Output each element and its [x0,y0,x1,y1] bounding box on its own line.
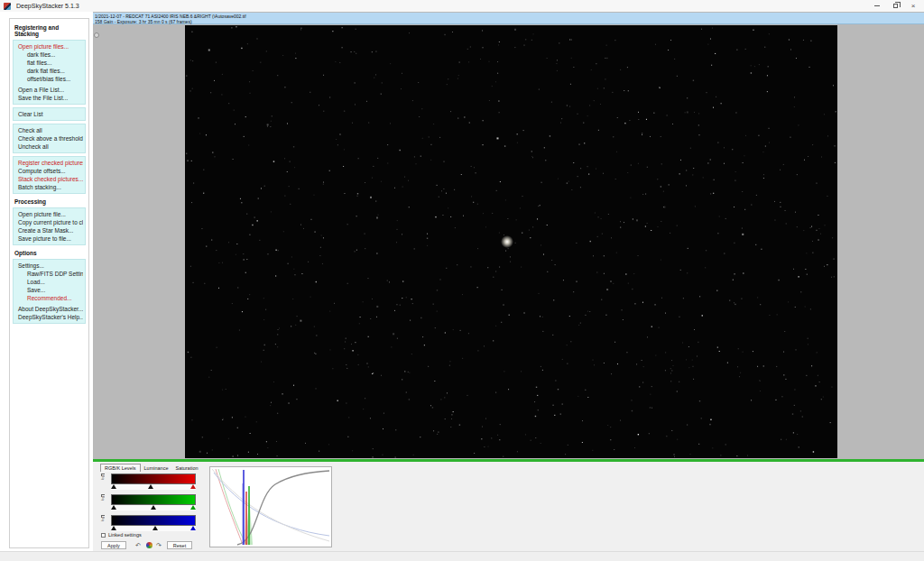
red-slider-scale[interactable]: log [100,474,109,484]
sidebar-item-copy-to-clipboard[interactable]: Copy current picture to clipboard [15,218,83,226]
shadow-marker[interactable] [111,526,116,530]
blue-marker-strip[interactable] [111,526,196,531]
sidebar-item-recommended[interactable]: Recommended... [15,294,83,302]
sidebar-item-raw-fits-ddp[interactable]: Raw/FITS DDP Settings... [15,270,83,278]
reset-button[interactable]: Reset [167,541,192,549]
group-title-registering-stacking: Registering and Stacking [12,23,87,39]
sidebar-item-save-picture[interactable]: Save picture to file... [15,235,83,243]
undo-icon[interactable]: ↶ [135,541,141,549]
minimize-icon [874,5,880,6]
sidebar-item-dark-flat-files[interactable]: dark flat files... [15,67,83,75]
sidebar-item-open-file-list[interactable]: Open a File List... [15,86,83,94]
tab-rgbk-levels[interactable]: RGB/K Levels [100,464,141,472]
scale-label: log [100,475,105,480]
panel-pin-icon[interactable] [94,32,99,38]
linked-settings-checkbox[interactable] [101,533,106,538]
sidebar-item-check-above-threshold[interactable]: Check above a threshold... [15,134,83,143]
scale-label: log [100,496,105,501]
sidebar-item-clear-list[interactable]: Clear List [15,110,83,118]
highlight-marker[interactable] [190,505,196,510]
histogram-panel [209,466,332,547]
green-level-slider[interactable]: log [100,494,201,510]
linked-settings-row: Linked settings [101,532,142,538]
command-panel: Registering and Stacking Open picture fi… [9,18,89,548]
group-box-files: Open picture files... dark files... flat… [13,40,86,105]
sidebar-item-save-file-list[interactable]: Save the File List... [15,94,83,102]
group-title-options: Options [12,248,87,258]
restore-icon [893,4,898,8]
status-bar: Total stacking time: 5 mn 10 s (SIMD) [0,551,924,561]
midtone-marker[interactable] [152,526,158,530]
red-gradient-bar[interactable] [111,474,196,484]
app-icon [4,3,11,10]
sidebar-item-open-picture-files[interactable]: Open picture files... [15,42,83,51]
green-marker-strip[interactable] [111,505,196,510]
scale-label: log [100,517,105,521]
sidebar-item-stack-checked[interactable]: Stack checked pictures... [15,175,83,183]
starfield-preview[interactable] [185,25,837,458]
title-bar: DeepSkyStacker 5.1.3 × [0,0,924,12]
sidebar-item-help[interactable]: DeepSkyStacker's Help... [15,313,83,321]
minimize-button[interactable] [872,1,882,11]
group-box-clear: Clear List [13,107,86,121]
image-info-bar: 1/2021-12-07 - REDCAT 71 ASI2400 IRIS NE… [93,13,924,24]
sidebar-item-register-checked[interactable]: Register checked pictures... [15,159,83,167]
redo-icon[interactable]: ↷ [156,541,162,549]
group-box-register-stack: Register checked pictures... Compute off… [13,156,86,194]
group-title-processing: Processing [12,197,87,207]
sidebar-item-about[interactable]: About DeepSkyStacker... [15,305,83,313]
sidebar-item-settings[interactable]: Settings... [15,262,83,270]
green-slider-scale[interactable]: log [100,494,109,505]
sidebar-item-check-all[interactable]: Check all [15,126,83,134]
shadow-marker[interactable] [111,505,116,510]
blue-slider-scale[interactable]: log [100,515,109,526]
restore-button[interactable] [890,1,901,11]
sidebar-item-offset-bias-files[interactable]: offset/bias files... [15,75,83,83]
sidebar-item-batch-stacking[interactable]: Batch stacking... [15,183,83,191]
sidebar-item-create-star-mask[interactable]: Create a Star Mask... [15,226,83,235]
close-button[interactable]: × [908,1,919,11]
green-gradient-bar[interactable] [111,494,196,505]
midtone-marker[interactable] [151,505,156,510]
red-marker-strip[interactable] [111,484,196,490]
info-line-2: 158 Gain - Exposure: 3 hr 35 mn 0 s (67 … [95,19,924,24]
tab-saturation[interactable]: Saturation [171,464,201,472]
blue-level-slider[interactable]: log [100,515,201,531]
group-box-options: Settings... Raw/FITS DDP Settings... Loa… [13,259,86,324]
group-box-processing: Open picture file... Copy current pictur… [13,207,86,245]
group-box-check: Check all Check above a threshold... Unc… [13,124,86,153]
left-column: Registering and Stacking Open picture fi… [0,12,93,551]
window-title: DeepSkyStacker 5.1.3 [16,3,79,9]
adjustment-tabs: RGB/K Levels Luminance Saturation [100,464,202,472]
blue-gradient-bar[interactable] [111,515,196,526]
sidebar-item-uncheck-all[interactable]: Uncheck all [15,143,83,151]
sidebar-item-save[interactable]: Save... [15,286,83,294]
window-controls: × [872,1,919,11]
sidebar-item-load[interactable]: Load... [15,278,83,286]
starfield-canvas [185,25,837,458]
sidebar-item-compute-offsets[interactable]: Compute offsets... [15,167,83,175]
highlight-marker[interactable] [190,526,196,530]
sidebar-item-open-picture-file[interactable]: Open picture file... [15,210,83,218]
highlight-marker[interactable] [190,484,196,489]
midtone-marker[interactable] [148,484,153,489]
linked-settings-label: Linked settings [108,532,142,538]
sidebar-item-flat-files[interactable]: flat files... [15,59,83,67]
color-sphere-icon[interactable] [146,542,152,548]
sidebar-item-dark-files[interactable]: dark files... [15,51,83,59]
adjustment-panel: RGB/K Levels Luminance Saturation log lo… [93,462,924,551]
histogram-curves [210,467,331,547]
shadow-marker[interactable] [111,484,116,489]
apply-button[interactable]: Apply [101,541,126,549]
red-level-slider[interactable]: log [100,474,201,490]
tab-luminance[interactable]: Luminance [141,464,172,472]
